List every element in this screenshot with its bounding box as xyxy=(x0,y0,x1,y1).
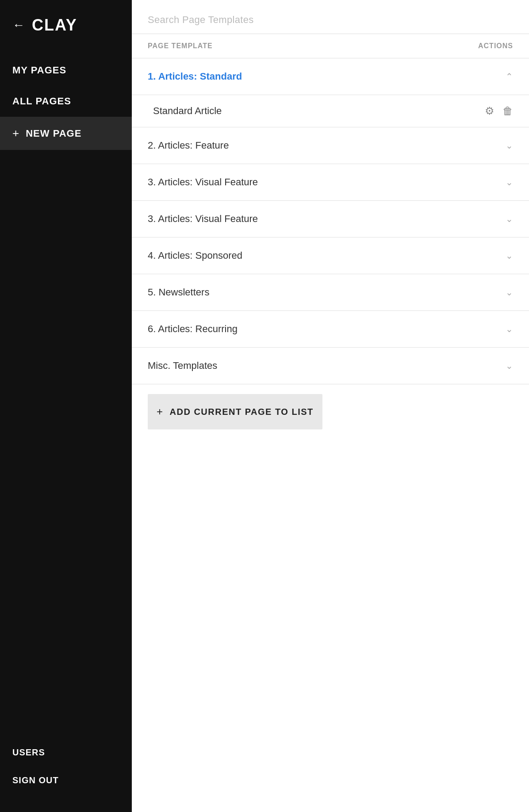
template-group-header-articles-feature[interactable]: 2. Articles: Feature ⌄ xyxy=(132,127,529,164)
template-group-misc-templates: Misc. Templates ⌄ xyxy=(132,348,529,384)
settings-icon[interactable]: ⚙ xyxy=(485,105,494,117)
template-row-standard-article: Standard Article ⚙ 🗑 xyxy=(132,95,529,127)
template-group-label: Misc. Templates xyxy=(148,360,217,372)
sidebar-header: ← CLAY xyxy=(0,0,132,50)
sidebar-item-my-pages[interactable]: MY PAGES xyxy=(0,55,132,86)
chevron-down-icon: ⌄ xyxy=(506,250,513,261)
template-group-articles-visual-feature-1: 3. Articles: Visual Feature ⌄ xyxy=(132,164,529,201)
sidebar-footer: USERS SIGN OUT xyxy=(0,725,132,812)
template-group-header-articles-sponsored[interactable]: 4. Articles: Sponsored ⌄ xyxy=(132,237,529,274)
template-row-label: Standard Article xyxy=(153,105,222,117)
table-header: PAGE TEMPLATE ACTIONS xyxy=(132,34,529,58)
search-input[interactable] xyxy=(148,14,513,26)
template-group-articles-visual-feature-2: 3. Articles: Visual Feature ⌄ xyxy=(132,201,529,237)
chevron-down-icon: ⌄ xyxy=(506,324,513,334)
sidebar: ← CLAY MY PAGES ALL PAGES + NEW PAGE USE… xyxy=(0,0,132,812)
template-group-header-misc-templates[interactable]: Misc. Templates ⌄ xyxy=(132,348,529,384)
template-group-label: 1. Articles: Standard xyxy=(148,71,242,82)
template-group-articles-standard: 1. Articles: Standard ⌃ Standard Article… xyxy=(132,58,529,127)
template-group-articles-recurring: 6. Articles: Recurring ⌄ xyxy=(132,311,529,348)
delete-icon[interactable]: 🗑 xyxy=(502,105,513,117)
sidebar-new-page-label: NEW PAGE xyxy=(26,128,81,139)
chevron-down-icon: ⌄ xyxy=(506,214,513,224)
template-group-label: 4. Articles: Sponsored xyxy=(148,250,242,261)
sidebar-item-all-pages[interactable]: ALL PAGES xyxy=(0,86,132,117)
template-group-header-newsletters[interactable]: 5. Newsletters ⌄ xyxy=(132,274,529,310)
chevron-up-icon: ⌃ xyxy=(506,71,513,82)
template-group-articles-sponsored: 4. Articles: Sponsored ⌄ xyxy=(132,237,529,274)
template-group-header-articles-visual-feature-1[interactable]: 3. Articles: Visual Feature ⌄ xyxy=(132,164,529,200)
search-area xyxy=(132,0,529,34)
template-row-actions: ⚙ 🗑 xyxy=(485,105,513,117)
template-group-label: 6. Articles: Recurring xyxy=(148,323,238,335)
template-group-newsletters: 5. Newsletters ⌄ xyxy=(132,274,529,311)
sidebar-item-new-page[interactable]: + NEW PAGE xyxy=(0,117,132,150)
template-group-header-articles-recurring[interactable]: 6. Articles: Recurring ⌄ xyxy=(132,311,529,347)
chevron-down-icon: ⌄ xyxy=(506,287,513,298)
sidebar-title: CLAY xyxy=(32,16,77,34)
template-list: 1. Articles: Standard ⌃ Standard Article… xyxy=(132,58,529,812)
main-content: PAGE TEMPLATE ACTIONS 1. Articles: Stand… xyxy=(132,0,529,812)
sidebar-item-users[interactable]: USERS xyxy=(0,739,132,766)
column-page-template: PAGE TEMPLATE xyxy=(148,42,213,50)
chevron-down-icon: ⌄ xyxy=(506,140,513,151)
template-group-header-articles-standard[interactable]: 1. Articles: Standard ⌃ xyxy=(132,58,529,95)
sidebar-nav: MY PAGES ALL PAGES + NEW PAGE xyxy=(0,50,132,154)
template-group-label: 5. Newsletters xyxy=(148,287,209,298)
template-group-label: 3. Articles: Visual Feature xyxy=(148,176,258,188)
chevron-down-icon: ⌄ xyxy=(506,177,513,188)
template-group-label: 2. Articles: Feature xyxy=(148,140,229,151)
sidebar-item-sign-out[interactable]: SIGN OUT xyxy=(0,766,132,794)
column-actions: ACTIONS xyxy=(478,42,513,50)
plus-icon: + xyxy=(12,126,19,140)
add-current-page-button[interactable]: + ADD CURRENT PAGE TO LIST xyxy=(148,394,322,429)
chevron-down-icon: ⌄ xyxy=(506,360,513,371)
template-group-header-articles-visual-feature-2[interactable]: 3. Articles: Visual Feature ⌄ xyxy=(132,201,529,237)
add-plus-icon: + xyxy=(157,406,164,418)
back-icon[interactable]: ← xyxy=(12,19,25,31)
template-group-articles-feature: 2. Articles: Feature ⌄ xyxy=(132,127,529,164)
template-group-label: 3. Articles: Visual Feature xyxy=(148,213,258,225)
add-current-page-label: ADD CURRENT PAGE TO LIST xyxy=(170,407,314,417)
